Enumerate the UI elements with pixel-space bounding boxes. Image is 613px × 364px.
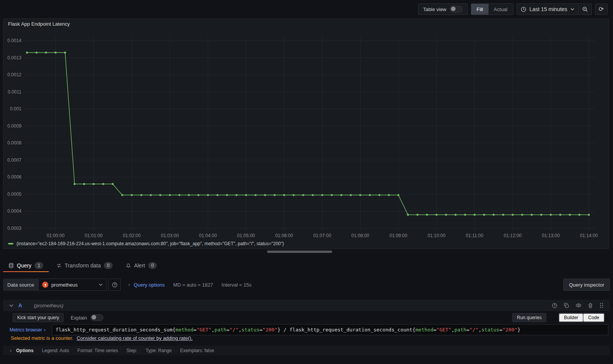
run-queries-button[interactable]: Run queries [512,313,546,322]
bell-icon [126,263,131,268]
promql-token: = [193,327,197,333]
time-range-label: Last 15 minutes [529,6,567,12]
promql-token: status [241,327,259,333]
data-point [559,214,561,216]
tab-alert-label: Alert [134,262,145,269]
angle-right-icon[interactable]: › [10,348,11,353]
drag-handle-icon[interactable] [599,302,604,308]
x-tick-label: 01:07:00 [313,233,331,238]
data-point [54,52,56,54]
builder-button[interactable]: Builder [559,313,583,322]
warning-rate-link[interactable]: Consider calculating rate of counter by … [77,335,193,341]
promql-token: flask_http_request_duration_seconds_sum{ [56,327,175,333]
latency-panel: Flask App Endpoint Latency 01:00:0001:01… [3,18,609,249]
datasource-row: Data source prometheus › Query options M… [3,279,610,291]
clock-icon [521,7,526,12]
data-point [474,214,475,216]
latency-chart[interactable]: 01:00:0001:01:0001:02:0001:03:0001:04:00… [3,30,609,239]
angle-right-icon: › [128,282,130,287]
query-inspector-button[interactable]: Query inspector [563,279,610,291]
y-tick-label: 0.0009 [7,123,21,129]
y-tick-label: 0.0011 [8,89,21,95]
data-point [74,183,75,185]
query-toolbar-row: Kick start your query Explain Run querie… [13,313,605,322]
y-tick-label: 0.0005 [7,192,21,197]
promql-expression-input[interactable]: flask_http_request_duration_seconds_sum{… [52,324,608,335]
actual-button[interactable]: Actual [488,4,513,15]
table-view-label: Table view [423,7,446,12]
options-type: Type: Range [146,348,172,353]
legend-label[interactable]: {instance="ec2-184-169-216-224.us-west-1… [16,241,284,246]
series-swatch [8,243,13,244]
hide-query-eye-icon[interactable] [575,302,582,308]
horizontal-scrollbar[interactable] [267,251,332,253]
data-point [169,194,171,196]
data-point [140,194,142,196]
datasource-help-button[interactable] [108,279,121,291]
counter-warning-row: Selected metric is a counter. Consider c… [11,335,193,341]
data-point [550,214,552,216]
tab-transform-label: Transform data [65,262,101,269]
tab-query[interactable]: Query 1 [3,259,49,272]
refresh-button[interactable]: ⟳ [595,4,607,15]
data-point [512,214,514,216]
y-tick-label: 0.0013 [7,55,21,61]
zoom-out-button[interactable] [578,4,592,15]
x-tick-label: 01:12:00 [504,233,522,238]
data-point [264,194,266,196]
data-point [454,214,456,216]
explain-toggle[interactable] [90,314,103,321]
top-toolbar: Table view Fill Actual Last 15 minutes ⟳ [0,0,613,18]
tab-alert[interactable]: Alert 0 [120,259,162,272]
datasource-value: prometheus [51,282,96,288]
data-point [26,52,28,54]
duplicate-query-icon[interactable] [564,303,569,308]
options-title[interactable]: Options [16,348,33,353]
promql-token: "GET" [197,327,211,333]
chevron-down-icon [570,8,574,10]
zoom-out-icon [582,6,588,12]
data-point [207,194,209,196]
data-point [331,194,333,196]
query-options-toggle[interactable]: › Query options [128,282,165,288]
data-point [102,183,104,185]
datasource-picker[interactable]: prometheus [38,279,107,291]
data-point [112,183,114,185]
data-point [36,52,38,54]
data-point [397,194,399,196]
query-help-icon[interactable] [552,303,557,308]
data-point [150,194,152,196]
data-point [93,183,95,185]
promql-token: , [479,327,482,333]
data-point [83,183,85,185]
promql-token: "200" [502,327,517,333]
query-ref-id[interactable]: A [18,302,22,308]
x-tick-label: 01:11:00 [466,233,484,238]
x-tick-label: 01:09:00 [390,233,408,238]
collapse-query-caret[interactable] [9,304,13,307]
code-button[interactable]: Code [583,313,604,322]
table-view-toggle[interactable] [450,6,463,13]
y-tick-label: 0.0003 [7,226,21,231]
promql-token: "/" [229,327,238,333]
data-point [502,214,504,216]
query-row-actions [552,302,604,308]
promql-token: } [517,327,520,333]
grafana-panel-editor: Table view Fill Actual Last 15 minutes ⟳… [0,0,613,364]
time-range-picker[interactable]: Last 15 minutes [517,4,578,15]
kick-start-query-button[interactable]: Kick start your query [13,313,64,322]
data-point [197,194,199,196]
metrics-browser-label: Metrics browser [10,327,42,333]
data-point [340,194,342,196]
tab-transform-data[interactable]: Transform data 0 [51,259,118,272]
metrics-browser-toggle[interactable]: Metrics browser › [10,327,52,333]
query-datasource-hint: (prometheus) [34,303,63,308]
x-tick-label: 01:01:00 [85,233,103,238]
explain-control: Explain [70,314,103,321]
fill-button[interactable]: Fill [471,4,488,15]
data-point [216,194,218,196]
delete-query-trash-icon[interactable] [588,303,593,308]
promql-token: path [454,327,466,333]
chevron-down-icon [9,304,13,307]
y-tick-label: 0.0007 [7,157,21,163]
